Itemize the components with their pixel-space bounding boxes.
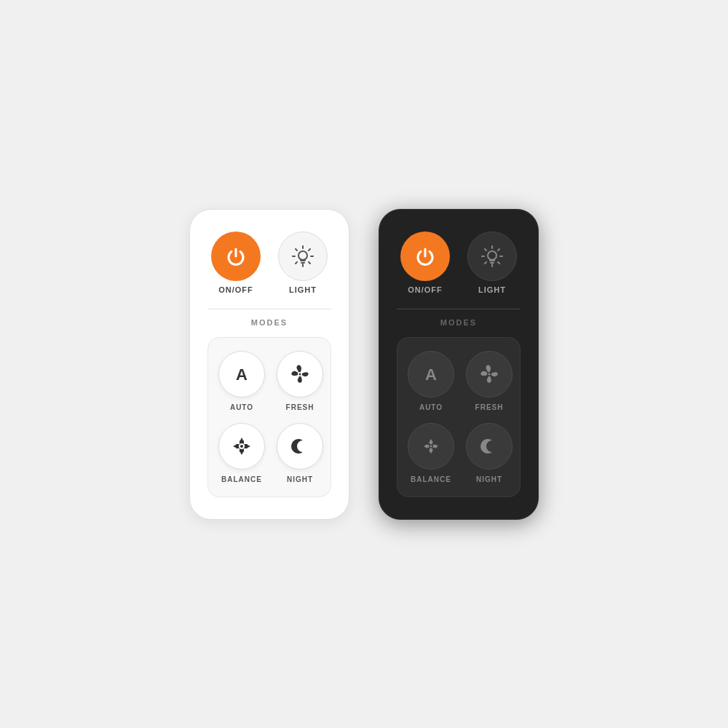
fresh-label-black: FRESH <box>475 403 504 411</box>
light-group-white: LIGHT <box>278 232 328 294</box>
auto-label-white: AUTO <box>230 403 253 411</box>
light-label-white: LIGHT <box>289 285 317 294</box>
power-label-white: ON/OFF <box>218 285 253 294</box>
night-mode-black[interactable]: NIGHT <box>466 423 513 483</box>
svg-point-13 <box>299 373 301 375</box>
modes-box-white: A AUTO <box>207 337 331 497</box>
power-button-white[interactable] <box>211 232 261 281</box>
svg-line-4 <box>296 249 297 250</box>
auto-label-black: AUTO <box>419 403 443 411</box>
top-section-black: ON/OFF <box>397 232 521 294</box>
light-button-black[interactable] <box>467 232 517 281</box>
svg-line-26 <box>485 249 486 250</box>
modes-box-black: A AUTO <box>397 337 521 497</box>
divider-white <box>207 309 331 309</box>
night-label-black: NIGHT <box>476 475 502 483</box>
svg-line-7 <box>296 261 297 263</box>
modes-grid-white: A AUTO <box>218 351 320 483</box>
night-btn-black[interactable] <box>466 423 513 470</box>
light-button-white[interactable] <box>278 232 328 281</box>
svg-line-6 <box>309 249 310 250</box>
remotes-container: ON/OFF <box>189 209 539 520</box>
svg-point-39 <box>430 445 432 447</box>
svg-point-21 <box>240 445 243 448</box>
fresh-btn-black[interactable] <box>466 351 513 397</box>
night-btn-white[interactable] <box>277 423 323 470</box>
onoff-group-white: ON/OFF <box>211 232 261 294</box>
fresh-mode-black[interactable]: FRESH <box>466 351 513 411</box>
onoff-group-black: ON/OFF <box>400 232 450 294</box>
night-label-white: NIGHT <box>287 475 313 483</box>
fresh-mode-white[interactable]: FRESH <box>277 351 323 411</box>
balance-mode-white[interactable]: BALANCE <box>218 423 265 483</box>
fresh-btn-white[interactable] <box>277 351 323 397</box>
remote-black: ON/OFF <box>379 209 539 520</box>
svg-text:A: A <box>425 365 437 384</box>
power-label-black: ON/OFF <box>408 285 443 294</box>
divider-black <box>397 309 521 309</box>
fresh-label-white: FRESH <box>286 403 314 411</box>
svg-line-28 <box>498 249 499 250</box>
power-button-black[interactable] <box>400 232 450 281</box>
auto-mode-black[interactable]: A AUTO <box>408 351 454 411</box>
auto-btn-black[interactable]: A <box>408 351 454 397</box>
light-label-black: LIGHT <box>478 285 506 294</box>
balance-label-white: BALANCE <box>221 475 262 483</box>
modes-label-black: MODES <box>440 318 477 327</box>
balance-btn-white[interactable] <box>218 423 265 470</box>
light-group-black: LIGHT <box>467 232 517 294</box>
svg-line-27 <box>498 261 499 263</box>
balance-mode-black[interactable]: BALANCE <box>408 423 454 483</box>
svg-point-30 <box>488 251 496 260</box>
remote-white: ON/OFF <box>189 209 349 520</box>
balance-btn-black[interactable] <box>408 423 454 470</box>
night-mode-white[interactable]: NIGHT <box>277 423 323 483</box>
svg-point-35 <box>488 373 491 375</box>
auto-btn-white[interactable]: A <box>218 351 265 397</box>
svg-line-5 <box>309 261 310 263</box>
svg-point-8 <box>298 251 307 260</box>
modes-grid-black: A AUTO <box>408 351 510 483</box>
balance-label-black: BALANCE <box>411 475 451 483</box>
svg-line-29 <box>485 261 486 263</box>
modes-label-white: MODES <box>251 318 288 327</box>
auto-mode-white[interactable]: A AUTO <box>218 351 265 411</box>
svg-text:A: A <box>236 365 248 384</box>
top-section-white: ON/OFF <box>207 232 331 294</box>
